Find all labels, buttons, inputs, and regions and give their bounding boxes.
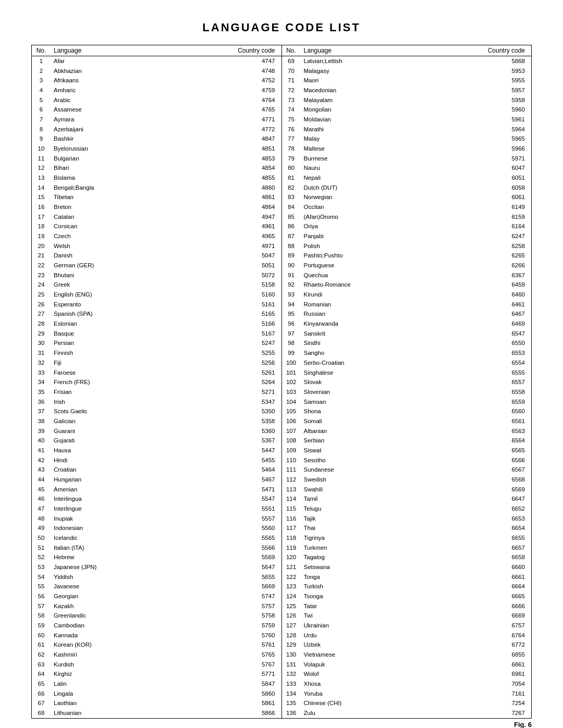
language-cell: Cambodian (51, 621, 169, 631)
table-row: 45Amenian5471 (32, 485, 282, 495)
code-cell: 4961 (169, 221, 281, 231)
code-cell: 5467 (169, 475, 281, 485)
language-cell: Sesotho (301, 455, 424, 465)
table-row: 136Zulu7267 (282, 708, 532, 718)
table-row: 48Inupiak5557 (32, 514, 282, 524)
table-row: 30Persian5247 (32, 338, 282, 348)
code-cell: 5247 (169, 338, 281, 348)
no-cell: 84 (282, 202, 301, 212)
table-row: 109Siswat6565 (282, 446, 532, 455)
language-cell: Mongolian (301, 105, 424, 115)
language-cell: Dutch (DUT) (301, 183, 424, 193)
no-cell: 53 (32, 562, 51, 572)
table-row: 71Maori5955 (282, 76, 532, 85)
table-row: 133Xhosa7054 (282, 679, 532, 689)
language-cell: Byelorussian (51, 144, 169, 154)
no-cell: 80 (282, 163, 301, 173)
table-row: 14Bengali;Bangla4860 (32, 183, 282, 193)
no-cell: 59 (32, 621, 51, 631)
table-row: 110Sesotho6566 (282, 455, 532, 465)
table-row: 80Nauru6047 (282, 163, 532, 173)
language-cell: Slovak (301, 377, 424, 387)
language-cell: Serbian (301, 436, 424, 446)
table-row: 24Greek5158 (32, 280, 282, 290)
code-cell: 6568 (423, 475, 531, 485)
no-cell: 50 (32, 533, 51, 543)
no-cell: 56 (32, 591, 51, 601)
code-cell: 6566 (423, 455, 531, 465)
language-cell: Azerbaijani (51, 125, 169, 134)
language-cell: Occitan (301, 202, 424, 212)
code-cell: 6657 (423, 543, 531, 553)
language-cell: Setswana (301, 562, 424, 572)
code-cell: 7161 (423, 689, 531, 699)
no-cell: 46 (32, 494, 51, 504)
language-cell: English (ENG) (51, 290, 169, 300)
table-row: 10Byelorussian4851 (32, 144, 282, 154)
table-row: 105Shona6560 (282, 406, 532, 416)
code-cell: 6565 (423, 446, 531, 455)
code-cell: 6459 (423, 280, 531, 290)
no-cell: 7 (32, 115, 51, 125)
language-cell: Kirghiz (51, 669, 169, 679)
table-row: 83Norwegian6061 (282, 192, 532, 202)
no-cell: 135 (282, 698, 301, 708)
language-cell: Sundanese (301, 465, 424, 475)
no-cell: 112 (282, 475, 301, 485)
code-cell: 5565 (169, 533, 281, 543)
no-cell: 96 (282, 319, 301, 329)
code-cell: 4771 (169, 115, 281, 125)
fig-label: Fig. 6 (31, 721, 532, 728)
code-cell: 4854 (169, 163, 281, 173)
code-cell: 5758 (169, 611, 281, 621)
language-cell: Maori (301, 76, 424, 85)
table-row: 91Quechua6367 (282, 270, 532, 280)
no-cell: 63 (32, 660, 51, 670)
left-table: No. Language Country code 1Afar47472Abkh… (32, 45, 282, 718)
table-row: 38Galician5358 (32, 416, 282, 426)
language-cell: Interlingua (51, 494, 169, 504)
table-row: 41Hausa5447 (32, 446, 282, 455)
table-row: 58Greenlandic5758 (32, 611, 282, 621)
code-cell: 6569 (423, 485, 531, 495)
language-cell: Hindi (51, 455, 169, 465)
table-row: 63Kurdish5767 (32, 660, 282, 670)
table-row: 64Kirghiz5771 (32, 669, 282, 679)
no-cell: 47 (32, 504, 51, 514)
table-row: 9Bashkir4847 (32, 134, 282, 144)
no-cell: 104 (282, 397, 301, 407)
code-cell: 6461 (423, 300, 531, 310)
code-cell: 6555 (423, 368, 531, 378)
language-cell: Welsh (51, 241, 169, 251)
no-cell: 105 (282, 406, 301, 416)
code-cell: 5868 (423, 56, 531, 66)
language-cell: Spanish (SPA) (51, 309, 169, 319)
table-row: 8Azerbaijani4772 (32, 125, 282, 134)
no-cell: 48 (32, 514, 51, 524)
code-cell: 6664 (423, 582, 531, 591)
code-cell: 5966 (423, 144, 531, 154)
language-cell: Persian (51, 338, 169, 348)
table-row: 62Kashmiri5765 (32, 650, 282, 660)
language-cell: Kurdish (51, 660, 169, 670)
table-row: 104Samoan6559 (282, 397, 532, 407)
code-cell: 5866 (169, 708, 281, 718)
table-row: 81Nepali6051 (282, 173, 532, 183)
no-cell: 13 (32, 173, 51, 183)
no-cell: 49 (32, 523, 51, 533)
no-cell: 100 (282, 358, 301, 368)
table-row: 19Czech4965 (32, 231, 282, 241)
table-row: 112Swedish6568 (282, 475, 532, 485)
table-row: 102Slovak6557 (282, 377, 532, 387)
no-cell: 25 (32, 290, 51, 300)
code-cell: 5551 (169, 504, 281, 514)
code-cell: 4765 (169, 105, 281, 115)
language-cell: French (FRE) (51, 377, 169, 387)
code-cell: 6159 (423, 212, 531, 222)
table-row: 39Guarani5360 (32, 426, 282, 436)
no-cell: 24 (32, 280, 51, 290)
code-cell: 5255 (169, 348, 281, 358)
code-cell: 6658 (423, 552, 531, 562)
no-cell: 93 (282, 290, 301, 300)
no-cell: 19 (32, 231, 51, 241)
